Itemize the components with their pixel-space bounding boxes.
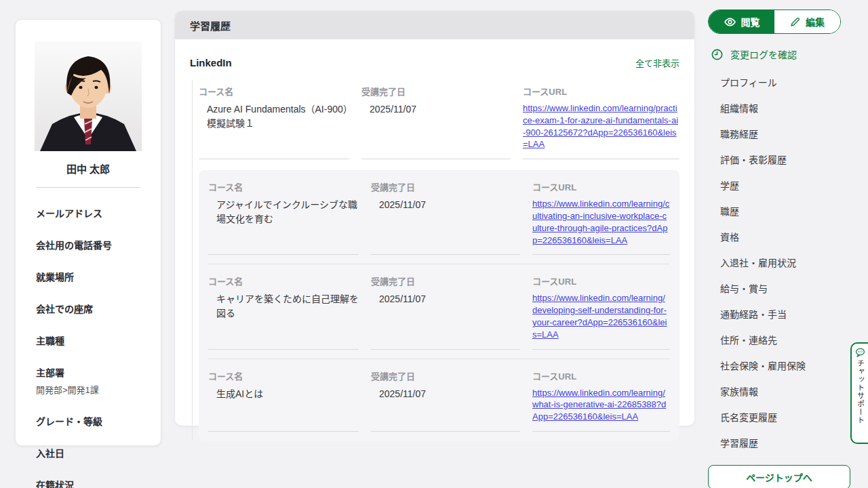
chat-support-tab[interactable]: チャットサポート [850,342,868,444]
view-edit-toggle: 閲覧 編集 [708,9,841,34]
clock-icon [711,48,724,61]
course-url-label: コースURL [523,85,679,98]
profile-photo-illustration [35,41,142,151]
course-entry: コース名 アジャイルでインクルーシブな職場文化を育む 受講完了日 2025/11… [208,170,670,264]
course-entry: コース名 キャリアを築くために自己理解を図る 受講完了日 2025/11/07 … [208,264,670,358]
nav-item-name-change[interactable]: 氏名変更履歴 [708,404,852,430]
nav-item-education[interactable]: 学歴 [708,172,852,198]
course-name-label: コース名 [208,369,359,382]
completion-date-value: 2025/11/07 [361,102,511,117]
profile-photo [35,41,142,151]
changelog-link[interactable]: 変更ログを確認 [711,47,852,61]
changelog-label: 変更ログを確認 [730,47,797,61]
field-label-grade: グレード・等級 [36,414,140,428]
course-url-label: コースURL [532,274,670,287]
course-url-link[interactable]: https://www.linkedin.com/learning/develo… [532,292,670,340]
page-title: 学習履歴 [175,11,694,39]
course-name-label: コース名 [199,85,349,98]
course-name-value: 生成AIとは [208,387,359,401]
nav-item-address[interactable]: 住所・連絡先 [708,327,852,352]
nav-item-insurance[interactable]: 社会保険・雇用保険 [708,352,852,378]
course-url-link[interactable]: https://www.linkedin.com/learning/what-i… [532,387,670,423]
completion-date-label: 受講完了日 [371,274,520,287]
field-label-main-job: 主職種 [36,333,140,347]
nav-item-hire-status[interactable]: 入退社・雇用状況 [708,249,852,275]
course-entry-group: コース名 アジャイルでインクルーシブな職場文化を育む 受講完了日 2025/11… [199,170,679,441]
course-name-label: コース名 [208,180,359,193]
course-name-label: コース名 [208,274,359,287]
profile-field-list: メールアドレス 会社用の電話番号 就業場所 会社での座席 主職種 主部署 開発部… [16,206,161,488]
chat-support-label: チャットサポート [856,359,864,424]
field-value-main-department: 開発部>開発1課 [36,383,140,396]
completion-date-label: 受講完了日 [371,369,520,382]
completion-date-value: 2025/11/07 [371,292,520,306]
employee-name: 田中 太郎 [16,161,161,176]
field-label-email: メールアドレス [36,206,140,220]
completion-date-label: 受講完了日 [361,85,511,98]
field-label-join-date: 入社日 [36,446,140,460]
edit-mode-button[interactable]: 編集 [774,10,840,33]
profile-divider [36,187,140,188]
nav-item-family[interactable]: 家族情報 [708,378,852,404]
view-mode-label: 閲覧 [741,15,760,28]
field-label-company-phone: 会社用の電話番号 [36,238,140,251]
pencil-icon [790,16,801,27]
chat-bubble-icon [855,348,865,357]
course-name-value: キャリアを築くために自己理解を図る [208,292,359,321]
course-name-value: アジャイルでインクルーシブな職場文化を育む [208,198,359,226]
hide-all-link[interactable]: 全て非表示 [635,56,679,69]
linkedin-section-title: LinkedIn [190,57,232,68]
nav-item-organization[interactable]: 組織情報 [708,95,852,121]
nav-item-employment-history[interactable]: 職歴 [708,198,852,224]
field-label-office-seat: 会社での座席 [36,302,140,315]
course-name-value: Azure AI Fundamentals（AI-900）模擬試験１ [199,102,349,131]
course-url-label: コースURL [532,180,670,193]
page-top-button[interactable]: ページトップへ [708,465,850,488]
nav-item-profile[interactable]: プロフィール [708,69,852,95]
edit-mode-label: 編集 [806,15,825,28]
right-panel: 閲覧 編集 変更ログを確認 プロフィール 組織情報 職務経歴 評価・表彰履歴 学… [708,9,852,488]
nav-item-evaluation[interactable]: 評価・表彰履歴 [708,146,852,172]
course-url-link[interactable]: https://www.linkedin.com/learning/cultiv… [532,198,670,246]
course-url-label: コースURL [532,369,670,382]
field-label-main-department: 主部署 [36,365,140,379]
nav-item-commute[interactable]: 通勤経路・手当 [708,301,852,327]
nav-item-learning-history[interactable]: 学習履歴 [708,430,852,455]
course-list: コース名 Azure AI Fundamentals（AI-900）模擬試験１ … [192,80,679,441]
course-entry: コース名 生成AIとは 受講完了日 2025/11/07 コースURL http… [208,359,670,441]
eye-icon [724,16,736,28]
nav-item-salary[interactable]: 給与・賞与 [708,275,852,301]
nav-item-qualifications[interactable]: 資格 [708,224,852,249]
course-entry: コース名 Azure AI Fundamentals（AI-900）模擬試験１ … [199,80,679,159]
profile-card: 田中 太郎 メールアドレス 会社用の電話番号 就業場所 会社での座席 主職種 主… [15,19,161,446]
completion-date-label: 受講完了日 [371,180,520,193]
completion-date-value: 2025/11/07 [371,198,520,212]
nav-item-work-history[interactable]: 職務経歴 [708,121,852,146]
field-label-work-location: 就業場所 [36,270,140,283]
completion-date-value: 2025/11/07 [371,387,520,401]
view-mode-button[interactable]: 閲覧 [709,10,774,33]
field-label-enrollment-status: 在籍状況 [36,478,140,488]
section-nav: プロフィール 組織情報 職務経歴 評価・表彰履歴 学歴 職歴 資格 入退社・雇用… [708,69,852,455]
course-url-link[interactable]: https://www.linkedin.com/learning/practi… [523,102,679,150]
learning-history-card: 学習履歴 LinkedIn 全て非表示 コース名 Azure AI Fundam… [175,11,694,426]
